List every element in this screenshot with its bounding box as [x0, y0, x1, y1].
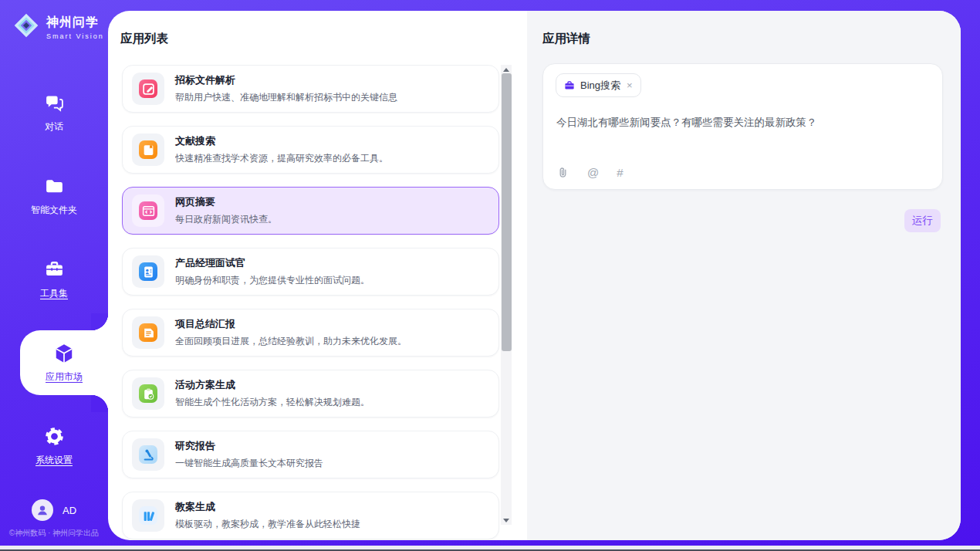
app-icon-box	[132, 316, 164, 349]
app-card[interactable]: 活动方案生成智能生成个性化活动方案，轻松解决规划难题。	[122, 370, 499, 417]
diamond-logo-icon	[12, 12, 40, 42]
app-card-desc: 明确身份和职责，为您提供专业性的面试问题。	[175, 274, 370, 287]
app-icon-box	[132, 255, 164, 288]
folder-icon	[43, 176, 65, 198]
app-card-name: 文献搜索	[175, 134, 388, 148]
web-code-icon	[139, 201, 157, 220]
app-card-desc: 一键智能生成高质量长文本研究报告	[175, 457, 323, 470]
tool-chip-bing-search[interactable]: Bing搜索 ×	[556, 73, 641, 97]
query-input[interactable]: 今日湖北有哪些新闻要点？有哪些需要关注的最新政策？	[556, 115, 930, 130]
sidebar-footer: ©神州数码 · 神州问学出品	[0, 528, 108, 539]
avatar	[32, 499, 53, 521]
app-detail-panel: 应用详情 Bing搜索 × 今日湖北有哪些新闻要点？有哪些需要关注的最新政策？	[527, 11, 961, 540]
app-card-name: 产品经理面试官	[175, 256, 370, 270]
app-card-name: 招标文件解析	[175, 73, 397, 87]
sidebar-item-label: 工具集	[40, 287, 68, 300]
sidebar-item-label: 应用市场	[46, 370, 83, 384]
app-card-desc: 全面回顾项目进展，总结经验教训，助力未来优化发展。	[175, 335, 407, 348]
app-card-name: 网页摘要	[175, 195, 277, 209]
cube-icon	[53, 343, 75, 364]
app-card[interactable]: 产品经理面试官明确身份和职责，为您提供专业性的面试问题。	[122, 248, 499, 296]
doc-edit-icon	[139, 79, 157, 98]
scroll-down-arrow[interactable]	[501, 516, 512, 525]
microscope-icon	[139, 445, 157, 464]
toolbox-icon	[43, 259, 65, 281]
app-card-desc: 快速精准查找学术资源，提高研究效率的必备工具。	[175, 152, 388, 165]
app-detail-title: 应用详情	[542, 31, 590, 47]
composer-toolbar: @ #	[556, 166, 623, 179]
app-icon-box	[132, 134, 164, 166]
chip-close-icon[interactable]: ×	[627, 79, 633, 91]
app-card-desc: 模板驱动，教案秒成，教学准备从此轻松快捷	[175, 518, 360, 531]
clipboard-check-icon	[139, 384, 157, 403]
book-icon	[139, 140, 157, 159]
books-icon	[139, 506, 157, 525]
sidebar-item-market[interactable]: 应用市场	[20, 330, 108, 395]
at-mention-icon[interactable]: @	[587, 166, 599, 179]
app-icon-box	[132, 194, 164, 227]
app-icon-box	[132, 438, 164, 471]
app-card[interactable]: 招标文件解析帮助用户快速、准确地理解和解析招标书中的关键信息	[122, 65, 499, 113]
scrollbar-thumb[interactable]	[502, 73, 512, 351]
run-button[interactable]: 运行	[904, 209, 941, 232]
main-content: 应用列表 招标文件解析帮助用户快速、准确地理解和解析招标书中的关键信息文献搜索快…	[108, 11, 961, 540]
app-card-name: 研究报告	[175, 439, 323, 453]
sidebar-item-chat[interactable]: 对话	[0, 80, 108, 145]
briefcase-icon	[564, 80, 575, 91]
note-icon	[139, 323, 157, 342]
sidebar-item-label: 智能文件夹	[31, 204, 77, 217]
app-list-scrollbar[interactable]	[501, 65, 512, 525]
app-card[interactable]: 项目总结汇报全面回顾项目进展，总结经验教训，助力未来优化发展。	[122, 309, 499, 357]
user-initials: AD	[63, 505, 76, 516]
composer-card[interactable]: Bing搜索 × 今日湖北有哪些新闻要点？有哪些需要关注的最新政策？ @ #	[542, 63, 943, 190]
app-window: 神州问学 Smart Vision 对话智能文件夹工具集应用市场系统设置 AD …	[0, 0, 980, 551]
chat-icon	[43, 93, 65, 114]
app-card[interactable]: 网页摘要每日政府新闻资讯快查。	[122, 187, 499, 235]
app-card-name: 教案生成	[175, 500, 360, 514]
resume-icon	[139, 262, 157, 281]
gear-icon	[43, 426, 65, 448]
tool-chip-label: Bing搜索	[580, 79, 620, 93]
brand-tagline: Smart Vision	[46, 32, 104, 40]
app-card[interactable]: 文献搜索快速精准查找学术资源，提高研究效率的必备工具。	[122, 126, 499, 174]
app-list-title: 应用列表	[120, 31, 168, 47]
sidebar-item-label: 系统设置	[35, 454, 73, 467]
app-card-name: 活动方案生成	[175, 378, 370, 392]
sidebar-item-tools[interactable]: 工具集	[0, 247, 108, 312]
app-card-desc: 帮助用户快速、准确地理解和解析招标书中的关键信息	[175, 91, 397, 104]
hash-tag-icon[interactable]: #	[617, 166, 623, 179]
app-card[interactable]: 研究报告一键智能生成高质量长文本研究报告	[122, 431, 499, 478]
app-icon-box	[132, 377, 164, 410]
sidebar-item-settings[interactable]: 系统设置	[0, 414, 108, 478]
user-row[interactable]: AD	[0, 499, 108, 521]
app-icon-box	[132, 73, 164, 105]
app-card-name: 项目总结汇报	[175, 317, 407, 331]
app-icon-box	[132, 499, 164, 532]
app-card-desc: 每日政府新闻资讯快查。	[175, 213, 277, 226]
bottom-strip	[0, 546, 980, 551]
app-list: 招标文件解析帮助用户快速、准确地理解和解析招标书中的关键信息文献搜索快速精准查找…	[122, 65, 499, 540]
paperclip-icon[interactable]	[556, 166, 569, 179]
sidebar-item-label: 对话	[45, 120, 63, 134]
brand-name: 神州问学	[46, 15, 104, 31]
sidebar-item-folders[interactable]: 智能文件夹	[0, 164, 108, 228]
brand-logo: 神州问学 Smart Vision	[12, 12, 104, 42]
sidebar: 神州问学 Smart Vision 对话智能文件夹工具集应用市场系统设置 AD …	[0, 0, 108, 546]
app-card-desc: 智能生成个性化活动方案，轻松解决规划难题。	[175, 396, 370, 409]
app-card[interactable]: 教案生成模板驱动，教案秒成，教学准备从此轻松快捷	[122, 492, 499, 539]
